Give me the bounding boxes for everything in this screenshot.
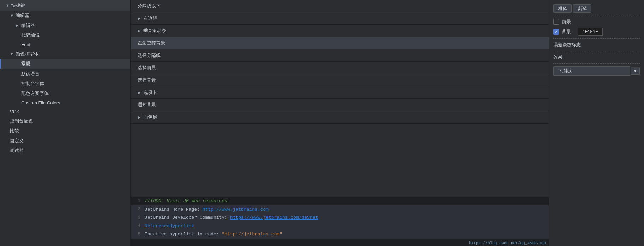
bg-checkbox-icon: ✓ <box>553 29 559 35</box>
settings-item-label: 选项卡 <box>143 89 157 96</box>
background-label: 背景 <box>562 29 571 35</box>
url-bar: https://blog.csdn.net/qq_45007100 <box>466 240 549 246</box>
sidebar-item-font[interactable]: Font <box>0 40 130 49</box>
sidebar-item-label: Custom File Colors <box>21 100 60 106</box>
settings-item-notify-bg[interactable]: 通知背景 <box>131 99 549 111</box>
sidebar-item-color-scheme-font[interactable]: 配色方案字体 <box>0 89 130 98</box>
settings-item-label: 面包层 <box>143 114 157 120</box>
sidebar-shortcuts-header[interactable]: ▼ 快捷键 <box>0 0 130 11</box>
sidebar-item-label: 颜色和字体 <box>16 51 38 57</box>
right-margin-chevron: ▶ <box>138 16 140 21</box>
italic-button[interactable]: 斜体 <box>573 4 591 13</box>
effects-dropdown-arrow[interactable]: ▼ <box>631 67 640 75</box>
sidebar-item-general[interactable]: 常规 <box>0 59 130 69</box>
code-content: JetBrains Home Page: <box>145 206 203 213</box>
main-content: 分隔线以下 ▶ 右边距 ▶ 垂直滚动条 左边空隙背景 选择分隔线 选择前景 选择… <box>131 0 549 246</box>
settings-item-tabs[interactable]: ▶ 选项卡 <box>131 86 549 99</box>
effects-row: 效果 <box>549 53 644 62</box>
sidebar-item-label: 编辑器 <box>16 12 29 19</box>
line-number: 3 <box>131 215 140 221</box>
settings-item-label: 选择前景 <box>138 65 156 71</box>
settings-item-select-fg[interactable]: 选择前景 <box>131 62 549 74</box>
foreground-label: 前景 <box>562 19 571 25</box>
line-number: 5 <box>131 231 140 238</box>
settings-item-label: 右边距 <box>143 15 157 22</box>
code-content: //TODO: Visit JB Web resources: <box>145 198 230 205</box>
divider-3 <box>553 51 640 51</box>
code-link[interactable]: https://www.jetbrains.com/devnet <box>230 214 318 221</box>
error-stripe-label: 误差条纹标志 <box>553 42 581 48</box>
line-number: 4 <box>131 223 140 229</box>
font-style-row: 粗体 斜体 <box>549 3 644 14</box>
code-link[interactable]: http://www.jetbrains.com <box>203 206 269 213</box>
bold-button[interactable]: 粗体 <box>553 4 572 13</box>
sidebar-item-color-font[interactable]: ▼ 颜色和字体 <box>0 49 130 59</box>
sidebar: ▼ 快捷键 ▼ 编辑器 ▶ 编辑器 代码编辑 Font ▼ 颜色和字体 常规 默… <box>0 0 131 246</box>
sidebar-item-editor-sub[interactable]: ▶ 编辑器 <box>0 20 130 30</box>
sidebar-item-vcs[interactable]: VCS <box>0 107 130 116</box>
settings-item-label: 左边空隙背景 <box>138 40 165 46</box>
effects-dropdown-row: 下划线 ▼ <box>553 66 640 76</box>
code-preview: 1 //TODO: Visit JB Web resources: 2 JetB… <box>131 197 549 246</box>
breadcrumb-chevron: ▶ <box>138 115 140 120</box>
line-number: 2 <box>131 206 140 212</box>
sidebar-item-console-font[interactable]: 控制台字体 <box>0 79 130 89</box>
settings-item-label: 选择背景 <box>138 77 156 83</box>
settings-item-select-divider[interactable]: 选择分隔线 <box>131 49 549 62</box>
settings-item-divider-below[interactable]: 分隔线以下 <box>131 0 549 12</box>
checkmark-icon: ✓ <box>555 30 558 34</box>
sidebar-item-code-edit[interactable]: 代码编辑 <box>0 30 130 40</box>
editor-sub-chevron: ▶ <box>16 23 20 28</box>
code-content: JetBrains Developer Community: <box>145 214 230 221</box>
divider-2 <box>553 38 640 39</box>
tabs-chevron: ▶ <box>138 90 140 95</box>
sidebar-item-default-lang[interactable]: 默认语言 <box>0 69 130 79</box>
sidebar-item-debugger[interactable]: 调试器 <box>0 146 130 156</box>
sidebar-item-label: 默认语言 <box>21 71 40 77</box>
effects-dropdown-button[interactable]: 下划线 <box>553 66 630 76</box>
right-panel: 粗体 斜体 前景 ✓ 背景 1E1E1E 误差条纹标志 效果 下划线 ▼ <box>549 0 644 246</box>
code-line-1: 1 //TODO: Visit JB Web resources: <box>131 197 549 205</box>
sidebar-shortcuts-label: 快捷键 <box>11 2 25 8</box>
divider-1 <box>553 16 640 16</box>
settings-item-label: 通知背景 <box>138 102 156 108</box>
settings-list: 分隔线以下 ▶ 右边距 ▶ 垂直滚动条 左边空隙背景 选择分隔线 选择前景 选择… <box>131 0 549 197</box>
code-line-4: 4 ReferenceHyperlink <box>131 222 549 230</box>
editor-root-chevron: ▼ <box>10 13 14 18</box>
sidebar-item-customize[interactable]: 自定义 <box>0 136 130 146</box>
active-indicator <box>0 59 1 69</box>
settings-item-label: 选择分隔线 <box>138 52 161 59</box>
sidebar-item-label: 控制台字体 <box>21 80 44 87</box>
code-content: Inactive hyperlink in code: <box>145 231 222 238</box>
code-line-5: 5 Inactive hyperlink in code: "http://je… <box>131 230 549 239</box>
sidebar-item-label: 配色方案字体 <box>21 90 49 97</box>
shortcuts-chevron: ▼ <box>6 3 10 7</box>
code-link[interactable]: ReferenceHyperlink <box>145 223 194 230</box>
sidebar-item-label: 比较 <box>10 128 19 134</box>
divider-4 <box>553 63 640 64</box>
fg-checkbox[interactable] <box>553 19 559 25</box>
settings-item-breadcrumb[interactable]: ▶ 面包层 <box>131 111 549 124</box>
sidebar-item-compare[interactable]: 比较 <box>0 126 130 136</box>
settings-item-select-bg[interactable]: 选择背景 <box>131 74 549 86</box>
sidebar-item-console-color[interactable]: 控制台配色 <box>0 116 130 126</box>
error-stripe-row: 误差条纹标志 <box>549 40 644 49</box>
sidebar-item-custom-file-colors[interactable]: Custom File Colors <box>0 98 130 107</box>
color-font-chevron: ▼ <box>10 52 14 56</box>
bg-checkbox[interactable]: ✓ <box>553 29 559 35</box>
background-row: ✓ 背景 1E1E1E <box>549 26 644 37</box>
settings-item-label: 分隔线以下 <box>138 3 161 9</box>
foreground-row: 前景 <box>549 17 644 26</box>
effects-label: 效果 <box>553 54 562 60</box>
settings-item-right-margin[interactable]: ▶ 右边距 <box>131 12 549 25</box>
settings-item-label: 垂直滚动条 <box>143 28 166 34</box>
sidebar-item-label: 控制台配色 <box>10 118 33 124</box>
bg-color-swatch[interactable]: 1E1E1E <box>578 28 603 36</box>
sidebar-item-editor-root[interactable]: ▼ 编辑器 <box>0 11 130 20</box>
settings-item-vertical-scroll[interactable]: ▶ 垂直滚动条 <box>131 25 549 37</box>
sidebar-item-label: 调试器 <box>10 148 24 154</box>
settings-item-left-gutter-bg[interactable]: 左边空隙背景 <box>131 37 549 49</box>
sidebar-item-label: Font <box>21 42 30 47</box>
sidebar-item-label: VCS <box>10 109 19 114</box>
sidebar-item-label: 代码编辑 <box>21 32 40 38</box>
